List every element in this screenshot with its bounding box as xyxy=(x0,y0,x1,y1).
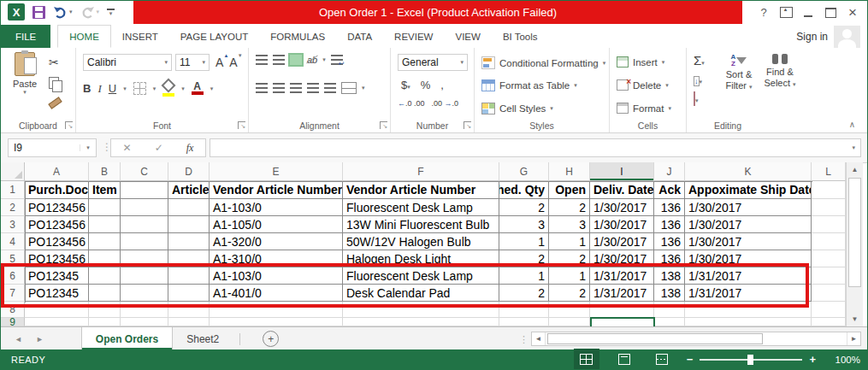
italic-button[interactable]: I xyxy=(97,82,101,96)
cell-L9[interactable] xyxy=(812,318,846,326)
grow-font-icon[interactable]: A▲ xyxy=(216,56,223,69)
cell-B1[interactable]: Item xyxy=(89,181,121,199)
save-icon[interactable] xyxy=(32,6,45,19)
column-header-B[interactable]: B xyxy=(89,162,121,181)
cell-A2[interactable]: PO123456 xyxy=(25,199,89,216)
cell-B8[interactable] xyxy=(89,302,121,318)
cell-F7[interactable]: Desk Calendar Pad xyxy=(343,285,499,302)
orientation-caret-icon[interactable]: ▾ xyxy=(322,56,326,63)
cell-G9[interactable] xyxy=(499,318,549,326)
cell-G2[interactable]: 2 xyxy=(499,199,549,216)
name-box-caret-icon[interactable]: ▾ xyxy=(80,144,96,151)
cell-D9[interactable] xyxy=(168,318,210,326)
cell-B7[interactable] xyxy=(89,285,121,302)
cell-J1[interactable]: Ack xyxy=(654,181,685,199)
font-color-button[interactable]: A xyxy=(192,82,204,95)
cell-G7[interactable]: 2 xyxy=(499,285,549,302)
tab-home[interactable]: HOME xyxy=(57,25,111,48)
cell-B4[interactable] xyxy=(89,233,121,250)
font-name-select[interactable]: Calibri▾ xyxy=(83,54,172,71)
cell-C2[interactable] xyxy=(121,199,168,216)
cell-G4[interactable]: 1 xyxy=(499,233,549,250)
copy-icon[interactable] xyxy=(49,77,59,89)
zoom-in-icon[interactable]: + xyxy=(809,353,816,366)
cell-G3[interactable]: 3 xyxy=(499,216,549,233)
zoom-slider-thumb[interactable] xyxy=(747,355,753,365)
cell-styles-button[interactable]: Cell Styles▾ xyxy=(481,103,553,115)
avatar[interactable] xyxy=(834,26,860,48)
cell-D5[interactable] xyxy=(168,250,210,267)
cell-I6[interactable]: 1/31/2017 xyxy=(590,267,654,285)
cell-H6[interactable]: 1 xyxy=(549,267,590,285)
tab-page-layout[interactable]: PAGE LAYOUT xyxy=(169,25,259,48)
cell-C4[interactable] xyxy=(121,233,168,250)
cell-K9[interactable] xyxy=(685,318,812,326)
cell-C3[interactable] xyxy=(121,216,168,233)
cell-E9[interactable] xyxy=(210,318,343,326)
font-dialog-launcher-icon[interactable]: ↘ xyxy=(238,121,245,129)
format-button[interactable]: Format▾ xyxy=(617,103,671,114)
sort-filter-button[interactable]: AZ Sort & Filter ▾ xyxy=(719,54,759,92)
column-header-H[interactable]: H xyxy=(549,162,590,181)
cell-E6[interactable]: A1-103/0 xyxy=(210,267,343,285)
cell-H1[interactable]: Open xyxy=(549,181,590,199)
close-icon[interactable]: × xyxy=(841,3,864,23)
cell-E1[interactable]: Vendor Article Number xyxy=(210,181,343,199)
autosum-button[interactable]: Σ▾ xyxy=(694,55,705,68)
cell-A4[interactable]: PO123456 xyxy=(25,233,89,250)
cell-H8[interactable] xyxy=(549,302,590,318)
comma-icon[interactable]: , xyxy=(440,79,444,91)
column-header-K[interactable]: K xyxy=(685,162,812,181)
tab-bi-tools[interactable]: BI Tools xyxy=(492,25,549,48)
cell-D1[interactable]: Article xyxy=(168,181,210,199)
row-header-1[interactable]: 1 xyxy=(1,181,25,199)
cell-G6[interactable]: 1 xyxy=(499,267,549,285)
cell-C7[interactable] xyxy=(121,285,168,302)
horizontal-scroll-thumb[interactable] xyxy=(547,333,763,344)
cell-I7[interactable]: 1/31/2017 xyxy=(590,285,654,302)
cell-D6[interactable] xyxy=(168,267,210,285)
cell-F1[interactable]: Vendor Article Number xyxy=(343,181,499,199)
cell-L6[interactable] xyxy=(812,267,846,285)
cell-J6[interactable]: 138 xyxy=(654,267,685,285)
sheet-tab-sheet2[interactable]: Sheet2 xyxy=(173,327,233,350)
insert-button[interactable]: Insert▾ xyxy=(617,56,664,68)
column-header-D[interactable]: D xyxy=(168,162,210,181)
cell-L5[interactable] xyxy=(812,250,846,267)
cell-B9[interactable] xyxy=(89,318,121,326)
cell-I2[interactable]: 1/30/2017 xyxy=(590,199,654,216)
row-header-7[interactable]: 7 xyxy=(1,285,25,302)
cell-K1[interactable]: Appoximate Ship Date xyxy=(685,181,812,199)
cell-D2[interactable] xyxy=(168,199,210,216)
row-header-5[interactable]: 5 xyxy=(1,250,25,267)
orientation-icon[interactable]: ab xyxy=(307,55,317,65)
cell-E3[interactable]: A1-105/0 xyxy=(210,216,343,233)
cell-H5[interactable]: 2 xyxy=(549,250,590,267)
formula-bar-expand-icon[interactable]: ▾ xyxy=(852,144,860,151)
sheet-nav-left-icon[interactable]: ◄ xyxy=(15,335,22,344)
cell-G1[interactable]: Sched. Qty xyxy=(499,181,549,199)
cell-C1[interactable] xyxy=(121,181,168,199)
cell-F6[interactable]: Fluorescent Desk Lamp xyxy=(343,267,499,285)
enter-icon[interactable]: ✓ xyxy=(155,142,163,154)
clipboard-dialog-launcher-icon[interactable]: ↘ xyxy=(65,121,73,129)
fill-color-caret-icon[interactable]: ▾ xyxy=(181,85,185,92)
cell-A6[interactable]: PO12345 xyxy=(25,267,89,285)
zoom-out-icon[interactable]: − xyxy=(687,353,694,366)
cell-I8[interactable] xyxy=(590,302,654,318)
percent-icon[interactable]: % xyxy=(421,79,431,91)
cell-D8[interactable] xyxy=(168,302,210,318)
name-box[interactable]: I9 ▾ xyxy=(8,138,97,157)
row-header-4[interactable]: 4 xyxy=(1,233,25,250)
select-all-button[interactable] xyxy=(1,162,25,181)
sheet-nav-right-icon[interactable]: ► xyxy=(36,335,44,344)
vertical-scrollbar[interactable]: ▲ ▼ xyxy=(846,162,863,326)
page-break-view-button[interactable] xyxy=(649,349,675,370)
bold-button[interactable]: B xyxy=(83,82,91,95)
bottom-align-icon[interactable] xyxy=(290,55,302,65)
scroll-down-icon[interactable]: ▼ xyxy=(847,312,863,326)
cut-icon[interactable]: ✂ xyxy=(49,56,62,69)
paste-button[interactable]: Paste ▾ xyxy=(6,52,44,96)
cell-A1[interactable]: Purch.Doc. xyxy=(25,181,89,199)
number-dialog-launcher-icon[interactable]: ↘ xyxy=(464,121,471,129)
